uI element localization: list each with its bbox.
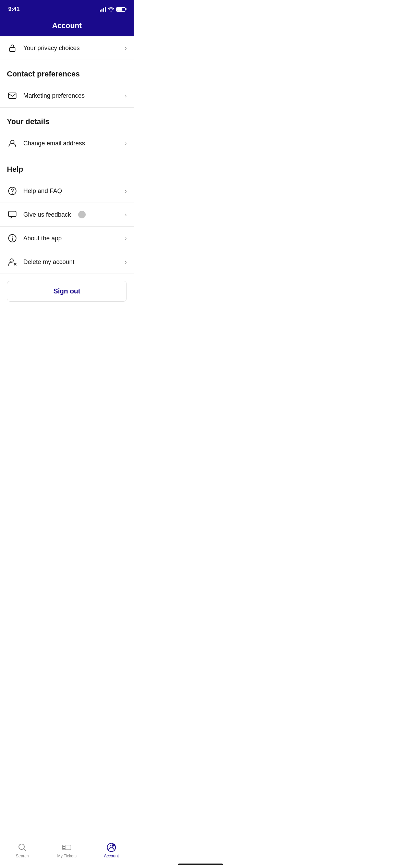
privacy-choices-label: Your privacy choices: [23, 45, 125, 52]
privacy-choices-item[interactable]: Your privacy choices ›: [0, 36, 134, 60]
person-x-icon: [7, 256, 18, 267]
svg-point-0: [110, 11, 111, 12]
delete-account-chevron: ›: [125, 258, 127, 266]
section-help: Help: [0, 155, 134, 179]
signal-icon: [100, 7, 106, 12]
svg-rect-6: [9, 211, 16, 217]
touch-ripple: [78, 211, 86, 218]
lock-icon: [7, 43, 18, 53]
change-email-item[interactable]: Change email address ›: [0, 132, 134, 155]
sign-out-container: Sign out: [0, 274, 134, 309]
wifi-icon: [108, 7, 114, 12]
status-icons: [100, 7, 125, 12]
marketing-preferences-chevron: ›: [125, 92, 127, 99]
feedback-label: Give us feedback: [23, 211, 125, 218]
change-email-chevron: ›: [125, 140, 127, 147]
help-faq-chevron: ›: [125, 188, 127, 195]
email-icon: [7, 90, 18, 101]
sign-out-button[interactable]: Sign out: [7, 281, 127, 302]
feedback-chevron: ›: [125, 211, 127, 218]
section-contact-preferences: Contact preferences: [0, 60, 134, 84]
page-header: Account: [0, 17, 134, 36]
help-faq-item[interactable]: Help and FAQ ›: [0, 179, 134, 203]
svg-rect-1: [10, 48, 15, 51]
page-title: Account: [7, 21, 127, 30]
content-area: Your privacy choices › Contact preferenc…: [0, 36, 134, 339]
svg-point-9: [12, 236, 13, 237]
marketing-preferences-item[interactable]: Marketing preferences ›: [0, 84, 134, 108]
help-faq-label: Help and FAQ: [23, 188, 125, 195]
about-app-item[interactable]: About the app ›: [0, 227, 134, 250]
chat-icon: [7, 209, 18, 220]
about-app-chevron: ›: [125, 235, 127, 242]
svg-point-5: [12, 193, 13, 194]
section-your-details: Your details: [0, 108, 134, 132]
privacy-choices-chevron: ›: [125, 45, 127, 52]
status-time: 9:41: [8, 6, 20, 13]
marketing-preferences-label: Marketing preferences: [23, 92, 125, 99]
battery-icon: [116, 7, 125, 12]
change-email-label: Change email address: [23, 140, 125, 147]
person-icon: [7, 138, 18, 149]
svg-rect-2: [9, 93, 16, 98]
info-icon: [7, 233, 18, 244]
feedback-item[interactable]: Give us feedback ›: [0, 203, 134, 227]
question-icon: [7, 185, 18, 196]
about-app-label: About the app: [23, 235, 125, 242]
delete-account-label: Delete my account: [23, 258, 125, 266]
status-bar: 9:41: [0, 0, 134, 17]
delete-account-item[interactable]: Delete my account ›: [0, 250, 134, 274]
